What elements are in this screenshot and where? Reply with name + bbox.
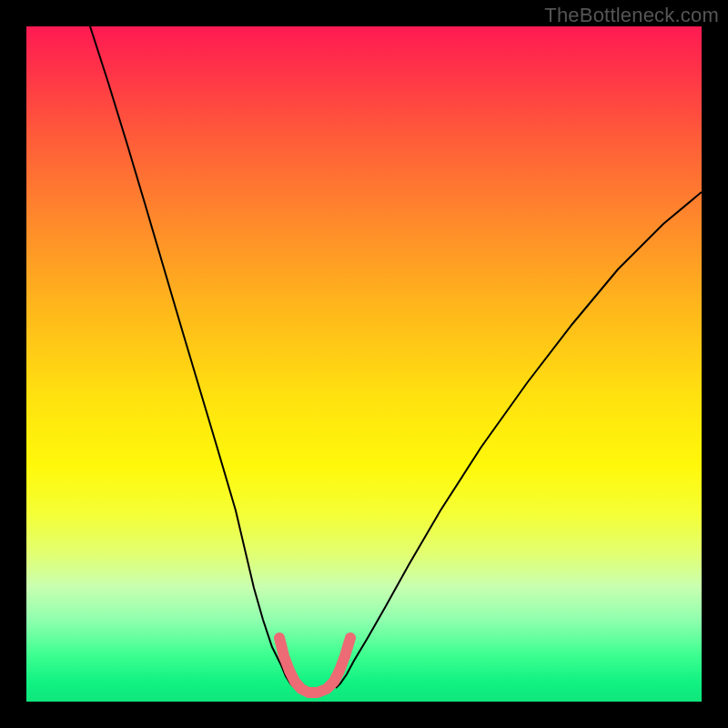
curve-layer (26, 26, 702, 702)
watermark-text: TheBottleneck.com (544, 4, 719, 27)
chart-frame: TheBottleneck.com (0, 0, 728, 728)
black-curve-left (90, 26, 295, 688)
plot-area (26, 26, 702, 702)
black-curve-right (336, 192, 702, 688)
